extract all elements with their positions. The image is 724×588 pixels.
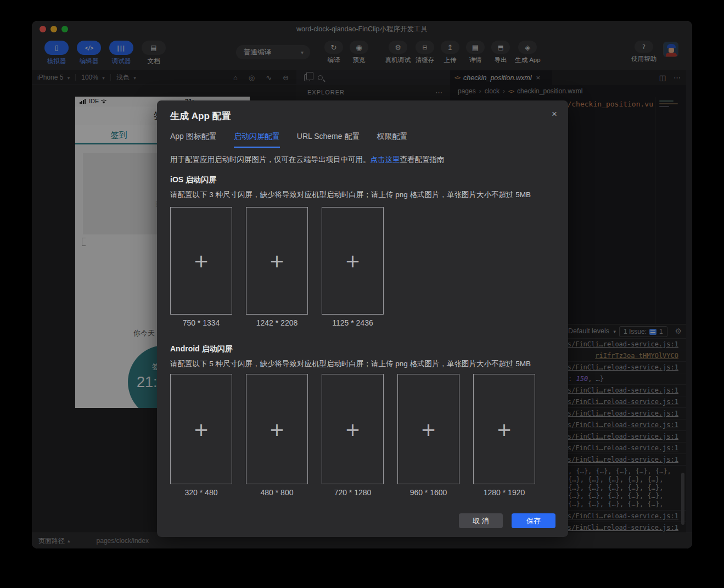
upload-box[interactable]: + [473,374,535,484]
upload-cell: +750 * 1334 [170,207,232,327]
upload-box[interactable]: + [170,374,232,484]
tab-splash-config[interactable]: 启动闪屏配置 [234,132,280,148]
upload-size-label: 960 * 1600 [397,488,459,497]
upload-size-label: 750 * 1334 [170,318,232,327]
ios-section-title: iOS 启动闪屏 [170,175,216,185]
config-guide-link[interactable]: 点击这里 [371,155,400,164]
upload-size-label: 480 * 800 [246,488,308,497]
upload-cell: +320 * 480 [170,374,232,497]
cancel-button[interactable]: 取 消 [459,513,503,528]
generate-app-config-modal: 生成 App 配置 × App 图标配置 启动闪屏配置 URL Scheme 配… [157,100,568,537]
ios-upload-grid: +750 * 1334+1242 * 2208+1125 * 2436 [170,207,384,327]
close-icon[interactable]: × [552,109,557,120]
upload-box[interactable]: + [322,374,384,484]
android-section-title: Android 启动闪屏 [170,344,233,354]
upload-cell: +1242 * 2208 [246,207,308,327]
upload-cell: +960 * 1600 [397,374,459,497]
modal-tabs: App 图标配置 启动闪屏配置 URL Scheme 配置 权限配置 [170,132,407,148]
upload-box[interactable]: + [246,374,308,484]
plus-icon: + [193,418,209,440]
upload-size-label: 1125 * 2436 [322,318,384,327]
upload-size-label: 320 * 480 [170,488,232,497]
android-section-hint: 请配置以下 5 种尺寸闪屏，缺少将导致对应机型启动时白屏；请上传 png 格式图… [170,359,531,369]
upload-cell: +1125 * 2436 [322,207,384,327]
plus-icon: + [345,250,361,272]
upload-cell: +480 * 800 [246,374,308,497]
upload-box[interactable]: + [246,207,308,315]
upload-box[interactable]: + [397,374,459,484]
upload-cell: +1280 * 1920 [473,374,535,497]
plus-icon: + [269,418,285,440]
upload-cell: +720 * 1280 [322,374,384,497]
tab-url-scheme-config[interactable]: URL Scheme 配置 [297,132,360,148]
plus-icon: + [345,418,361,440]
save-button[interactable]: 保存 [512,513,555,528]
modal-title: 生成 App 配置 [170,110,231,122]
upload-size-label: 1242 * 2208 [246,318,308,327]
upload-size-label: 1280 * 1920 [473,488,535,497]
app-window: word-clock-qiandao-FinClip小程序开发工具 ▯ 模拟器 … [32,21,692,548]
tab-app-icon-config[interactable]: App 图标配置 [170,132,217,148]
android-upload-grid: +320 * 480+480 * 800+720 * 1280+960 * 16… [170,374,535,497]
plus-icon: + [269,250,285,272]
upload-size-label: 720 * 1280 [322,488,384,497]
modal-description: 用于配置应用启动时闪屏图片，仅可在云端导出项目中可用。点击这里查看配置指南 [170,155,445,165]
plus-icon: + [193,250,209,272]
plus-icon: + [496,418,512,440]
plus-icon: + [420,418,436,440]
tab-permission-config[interactable]: 权限配置 [377,132,407,148]
upload-box[interactable]: + [170,207,232,315]
upload-box[interactable]: + [322,207,384,315]
ios-section-hint: 请配置以下 3 种尺寸闪屏，缺少将导致对应机型启动时白屏；请上传 png 格式图… [170,190,531,200]
